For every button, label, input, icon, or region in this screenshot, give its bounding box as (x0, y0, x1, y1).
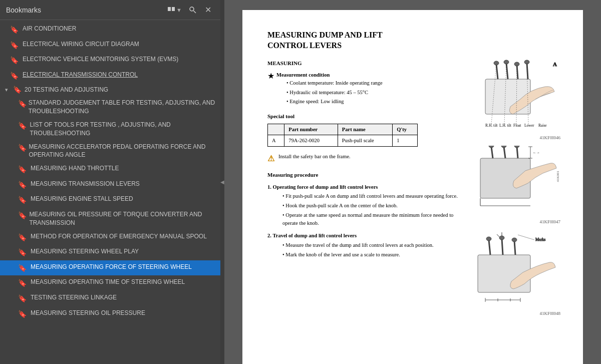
bookmark-icon: 🔖 (10, 41, 19, 51)
svg-text:Lower: Lower (524, 123, 534, 128)
warning-box: ⚠ Install the safety bar on the frame. (267, 153, 460, 165)
svg-text:L.H. tilt: L.H. tilt (499, 123, 512, 128)
bookmark-item-electrical-transmission[interactable]: 🔖 ELECTRICAL TRANSMISSION CONTROL (0, 68, 220, 84)
measuring-heading: MEASURING (267, 59, 460, 68)
bookmark-icon: 🔖 (18, 143, 25, 153)
svg-line-7 (506, 63, 508, 79)
svg-text:Float: Float (513, 123, 521, 128)
step-2-number: 2. (267, 233, 271, 238)
svg-text:R.H. tilt: R.H. tilt (485, 123, 498, 128)
svg-point-41 (499, 236, 504, 240)
bookmark-item-electrical-wiring[interactable]: 🔖 ELECTRICAL WIRING CIRCUIT DIAGRAM (0, 38, 220, 53)
bookmark-icon: 🔖 (18, 263, 27, 273)
bookmark-icon: 🔖 (18, 278, 27, 288)
svg-line-26 (517, 147, 518, 158)
svg-line-6 (496, 64, 498, 79)
bookmark-label: MEASURING OIL PRESSURE OF TORQUE CONVERT… (29, 210, 215, 227)
figure-label-1: 41KF0I046 (470, 135, 560, 142)
bookmark-label: MEASURING OPERATING FORCE OF STEERING WH… (31, 263, 192, 271)
bookmark-icon: 🔖 (10, 71, 19, 81)
bookmark-item-evms[interactable]: 🔖 ELECTRONIC VEHICLE MONITORING SYSTEM (… (0, 53, 220, 68)
bookmarks-header: Bookmarks ▼ ✕ (0, 0, 220, 20)
svg-text:←→: ←→ (533, 151, 540, 155)
table-header-col0 (268, 124, 284, 135)
step-1-bullet-1: Fit push-pull scale A on dump and lift c… (277, 192, 460, 200)
procedure-step-1: 1. Operating force of dump and lift cont… (267, 183, 460, 227)
bookmark-item-testing-steering-linkage[interactable]: 🔖 TESTING STEERING LINKAGE (0, 291, 220, 306)
figure-label-2: 41KF0I047 (470, 219, 560, 226)
bookmark-item-measuring-steering-time[interactable]: 🔖 MEASURING OPERATING TIME OF STEERING W… (0, 275, 220, 291)
svg-text:Raise: Raise (538, 123, 547, 128)
document-title: MEASURING DUMP AND LIFTCONTROL LEVERS (267, 30, 560, 51)
bookmark-icon: 🔖 (18, 121, 26, 131)
bookmark-search-button[interactable] (187, 5, 199, 15)
expand-icon: ▾ (5, 87, 10, 93)
bookmark-item-method-emergency[interactable]: 🔖 METHOD FOR OPERATION OF EMERGENCY MANU… (0, 230, 220, 245)
diagram-middle: ←→ (470, 146, 560, 216)
svg-line-3 (194, 11, 196, 13)
svg-point-28 (501, 146, 506, 148)
step-2-title: Travel of dump and lift control levers (273, 233, 357, 238)
bookmark-icon: 🔖 (18, 180, 27, 190)
step-1-number: 1. (267, 184, 271, 190)
svg-text:A: A (553, 61, 557, 67)
bookmark-item-measuring-transmission[interactable]: 🔖 MEASURING TRANSMISSION LEVERS (0, 177, 220, 193)
bookmark-icon: 🔖 (18, 248, 27, 258)
figure-code-vertical: 41K001 (555, 171, 561, 182)
svg-point-10 (494, 61, 499, 65)
svg-line-39 (514, 241, 515, 255)
bookmark-item-standard-judgement[interactable]: 🔖 STANDARD JUDGEMENT TABLE FOR TESTING, … (0, 96, 220, 118)
bookmark-label: MEASURING STEERING WHEEL PLAY (31, 247, 139, 256)
step-2-bullet-1: Measure the travel of the dump and lift … (277, 241, 460, 249)
svg-rect-1 (172, 7, 175, 11)
bookmark-label: MEASURING OPERATING TIME OF STEERING WHE… (31, 278, 185, 286)
table-cell-qty: 1 (393, 135, 418, 147)
bookmark-label: STANDARD JUDGEMENT TABLE FOR TESTING, AD… (29, 99, 215, 116)
bookmark-item-measuring-engine-stall[interactable]: 🔖 MEASURING ENGINE STALL SPEED (0, 192, 220, 208)
bookmark-label: ELECTRICAL WIRING CIRCUIT DIAGRAM (23, 40, 139, 49)
condition-1: Coolant temperature: Inside operating ra… (286, 79, 383, 87)
warning-text: Install the safety bar on the frame. (278, 153, 351, 161)
bookmark-item-measuring-hand-throttle[interactable]: 🔖 MEASURING HAND THROTTLE (0, 162, 220, 177)
measurement-condition-label: Measurement condition (276, 71, 383, 79)
procedure-step-2: 2. Travel of dump and lift control lever… (267, 232, 460, 258)
svg-text:Marks: Marks (535, 237, 545, 242)
svg-point-42 (512, 238, 517, 242)
table-row: A 79A-262-0020 Push-pull scale 1 (268, 135, 418, 147)
svg-line-46 (518, 235, 534, 240)
bookmark-icon: 🔖 (10, 56, 19, 66)
bookmark-icon: 🔖 (13, 86, 22, 94)
step-1-bullet-3: Operate at the same speed as normal and … (277, 211, 460, 227)
bookmark-item-measuring-oil-pressure[interactable]: 🔖 MEASURING OIL PRESSURE OF TORQUE CONVE… (0, 208, 220, 230)
bookmark-item-measuring-steering-oil[interactable]: 🔖 MEASURING STEERING OIL PRESSURE (0, 306, 220, 322)
bookmark-item-list-tools[interactable]: 🔖 LIST OF TOOLS FOR TESTING , ADJUSTING,… (0, 118, 220, 140)
close-bookmarks-button[interactable]: ✕ (202, 4, 214, 16)
bookmark-label: MEASURING ENGINE STALL SPEED (31, 195, 133, 203)
bookmark-icon: 🔖 (18, 309, 27, 319)
svg-line-25 (504, 147, 505, 158)
resize-arrow-icon: ◀ (220, 179, 224, 185)
bookmark-icon: 🔖 (18, 99, 25, 109)
bookmark-item-measuring-steering-play[interactable]: 🔖 MEASURING STEERING WHEEL PLAY (0, 245, 220, 260)
bookmark-icon: 🔖 (18, 233, 27, 243)
table-cell-part-name: Push-pull scale (338, 135, 392, 147)
svg-line-44 (497, 234, 499, 237)
resize-handle[interactable]: ◀ (220, 0, 224, 364)
bookmark-label: AIR CONDITIONER (23, 25, 76, 33)
table-header-qty: Q'ty (393, 124, 418, 135)
section-header-20-testing[interactable]: ▾ 🔖 20 TESTING AND ADJUSTING (0, 83, 220, 96)
diagram-bottom: Marks (470, 230, 560, 307)
bookmark-item-measuring-steering-force[interactable]: 🔖 MEASURING OPERATING FORCE OF STEERING … (0, 260, 220, 276)
bookmark-label: METHOD FOR OPERATION OF EMERGENCY MANUAL… (31, 232, 207, 241)
warning-icon: ⚠ (267, 153, 274, 165)
bookmarks-title: Bookmarks (6, 6, 41, 14)
bookmark-list-view-button[interactable]: ▼ (165, 5, 184, 15)
figure-label-3: 41KF0I048 (470, 310, 560, 317)
bookmark-item-air-conditioner[interactable]: 🔖 AIR CONDITIONER (0, 22, 220, 38)
svg-point-29 (514, 146, 519, 148)
bookmark-icon: 🔖 (18, 165, 27, 175)
document-panel[interactable]: MEASURING DUMP AND LIFTCONTROL LEVERS ME… (224, 0, 601, 364)
svg-point-2 (190, 7, 194, 11)
bookmark-item-measuring-accelerator[interactable]: 🔖 MEASURING ACCELERATOR PEDAL OPERATING … (0, 140, 220, 162)
bookmark-icon: 🔖 (18, 195, 27, 205)
